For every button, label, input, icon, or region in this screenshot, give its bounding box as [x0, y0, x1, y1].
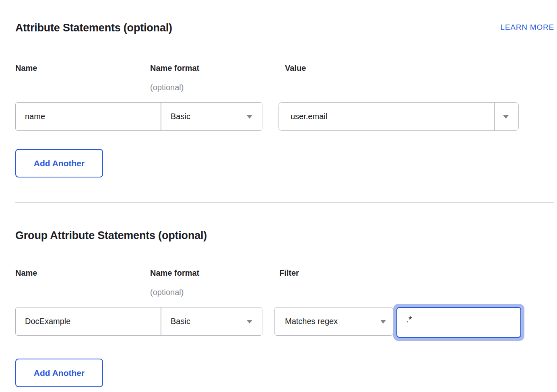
dropdown-arrow-icon [247, 320, 252, 324]
attribute-statements-title: Attribute Statements (optional) [15, 21, 172, 35]
saml-settings-page: Attribute Statements (optional) LEARN MO… [0, 21, 557, 392]
column-label-name-format: Name format [150, 268, 285, 278]
dropdown-arrow-icon [380, 320, 386, 324]
group-name-format-select[interactable]: Basic [161, 307, 262, 335]
attribute-statements-column-labels: Name Name format (optional) Value [15, 63, 554, 93]
group-attribute-name-input[interactable] [16, 307, 161, 335]
column-label-name-format-note: (optional) [150, 287, 285, 297]
filter-value-focus-ring [393, 304, 524, 341]
group-attribute-statement-row: Basic Matches regex [15, 307, 554, 341]
column-label-filter: Filter [279, 268, 554, 278]
column-label-name: Name [15, 268, 150, 278]
name-format-select[interactable]: Basic [161, 103, 262, 130]
column-label-value: Value [285, 63, 554, 73]
attribute-value-input[interactable] [279, 103, 494, 130]
group-name-format-selected-value: Basic [171, 317, 190, 326]
section-divider [15, 202, 554, 203]
name-and-format-group: Basic [15, 102, 262, 131]
add-another-attribute-button[interactable]: Add Another [15, 149, 103, 177]
value-combobox [278, 102, 519, 131]
group-attribute-statements-column-labels: Name Name format (optional) Filter [15, 268, 554, 297]
dropdown-arrow-icon [503, 115, 509, 119]
filter-type-select[interactable]: Matches regex [274, 307, 393, 336]
name-and-format-group: Basic [15, 307, 262, 336]
attribute-name-input[interactable] [16, 103, 161, 130]
group-attribute-statements-title: Group Attribute Statements (optional) [15, 229, 207, 242]
name-format-selected-value: Basic [171, 112, 190, 121]
learn-more-link[interactable]: LEARN MORE [500, 23, 554, 32]
filter-value-input[interactable] [396, 307, 521, 338]
column-label-name: Name [15, 63, 150, 73]
add-another-group-attribute-button[interactable]: Add Another [15, 359, 103, 387]
dropdown-arrow-icon [247, 115, 252, 119]
attribute-statement-row: Basic [15, 102, 554, 131]
value-dropdown-toggle[interactable] [495, 103, 518, 130]
group-attribute-statements-section: Group Attribute Statements (optional) Na… [15, 229, 554, 387]
column-label-name-format-note: (optional) [150, 82, 285, 93]
column-label-name-format: Name format [150, 63, 285, 73]
filter-type-selected-value: Matches regex [285, 317, 338, 326]
attribute-statements-section: Attribute Statements (optional) LEARN MO… [15, 21, 554, 177]
